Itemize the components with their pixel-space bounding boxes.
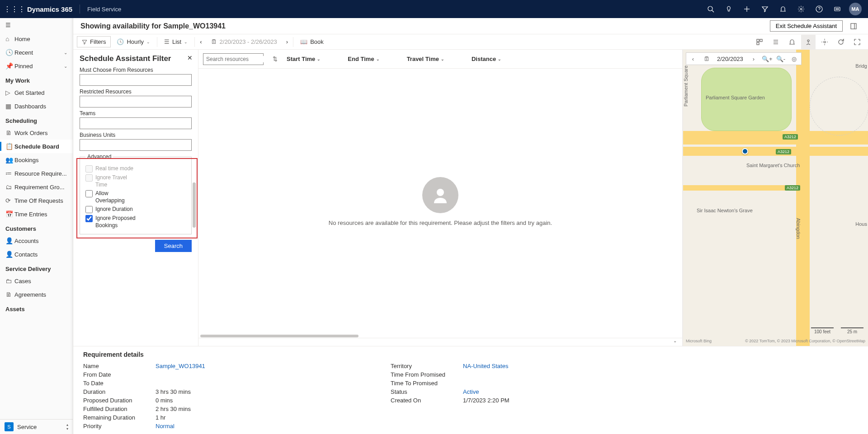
nav-cases[interactable]: 🗀Cases [0,274,73,288]
nav-work-orders[interactable]: 🗎Work Orders [0,126,73,140]
ignore-proposed-row[interactable]: Ignore Proposed Bookings [85,215,186,229]
nav-label: Agreements [14,291,46,298]
fullscreen-icon[interactable] [850,35,864,49]
home-icon: ⌂ [5,35,14,42]
sort-icon[interactable]: ⇅ [273,56,278,62]
col-start-time[interactable]: Start Time⌄ [287,56,321,62]
legend-icon[interactable] [752,35,767,49]
board-settings-icon[interactable] [817,35,832,49]
map-toggle-icon[interactable] [801,35,816,49]
view-list[interactable]: ☰List⌄ [159,36,193,47]
restricted-input[interactable] [80,96,192,107]
alerts-icon[interactable] [785,35,799,49]
add-icon[interactable] [738,0,756,18]
nav-schedule-board[interactable]: 📋Schedule Board [0,140,73,153]
area-switcher[interactable]: S Service ▴▾ [0,419,73,434]
nav-accounts[interactable]: 👤Accounts [0,234,73,247]
allow-overlap-checkbox[interactable] [85,190,93,197]
user-avatar[interactable]: MA [846,0,864,18]
search-input[interactable] [206,56,274,62]
close-icon[interactable]: ✕ [187,54,193,61]
notification-icon[interactable] [774,0,792,18]
teams-input[interactable] [80,117,192,129]
updown-icon: ▴▾ [66,423,68,431]
ignore-proposed-checkbox[interactable] [85,215,93,222]
nav-pinned[interactable]: 📌Pinned⌄ [0,59,73,73]
empty-state: No resources are available for this requ… [198,69,682,334]
refresh-icon[interactable] [834,35,848,49]
date-range-picker[interactable]: 🗓2/20/2023 - 2/26/2023 [206,36,282,47]
hourly-icon: 🕓 [117,38,124,45]
col-distance[interactable]: Distance⌄ [472,56,501,62]
collapse-icon[interactable]: ⌄ [673,338,677,346]
module-name[interactable]: Field Service [82,6,127,13]
status-value[interactable]: Active [463,388,644,395]
search-button[interactable]: Search [155,240,192,252]
bu-input[interactable] [80,139,192,151]
expand-icon[interactable] [846,19,861,33]
assistant-icon[interactable] [828,0,846,18]
app-launcher[interactable]: ⋮⋮⋮ [4,5,22,14]
page-header: Showing availability for Sample_WO13941 … [73,18,868,34]
map-prev[interactable]: ‹ [686,56,700,62]
must-choose-input[interactable] [80,74,192,86]
filters-button[interactable]: Filters [77,36,111,47]
empty-message: No resources are available for this requ… [329,219,552,226]
date-prev[interactable]: ‹ [197,36,205,47]
nav-home[interactable]: ⌂Home [0,32,73,46]
schedule-toolbar: Filters 🕓Hourly⌄ ☰List⌄ ‹ 🗓2/20/2023 - 2… [73,34,868,50]
svg-rect-11 [760,39,762,42]
brand-name[interactable]: Dynamics 365 [22,5,78,13]
help-icon[interactable] [810,0,828,18]
map-pin[interactable] [742,148,748,154]
map-label-parlsq: Parliament Square [683,65,689,107]
zoom-in-icon[interactable]: 🔍+ [760,56,774,62]
filter-icon[interactable] [756,0,774,18]
to-date-value [156,380,391,387]
horizontal-scrollbar[interactable] [198,334,682,338]
nav-timeoff[interactable]: ⟳Time Off Requests [0,194,73,207]
map-pane[interactable]: ‹ 🗓 2/20/2023 › 🔍+ 🔍- ◎ Parliament Squar… [683,50,868,346]
col-travel-time[interactable]: Travel Time⌄ [407,56,444,62]
nav-recent[interactable]: 🕓Recent⌄ [0,46,73,59]
nav-dashboards[interactable]: ▦Dashboards [0,99,73,113]
lightbulb-icon[interactable] [720,0,738,18]
book-icon: 📖 [300,38,307,45]
details-icon[interactable] [769,35,783,49]
locate-icon[interactable]: ◎ [788,56,801,62]
priority-value[interactable]: Normal [156,423,391,429]
results-footer: ⌄ [198,338,682,346]
nav-time-entries[interactable]: 📅Time Entries [0,207,73,221]
duration-value: 3 hrs 30 mins [156,388,391,395]
col-end-time[interactable]: End Time⌄ [348,56,379,62]
exit-schedule-assistant-button[interactable]: Exit Schedule Assistant [770,20,843,32]
territory-value[interactable]: NA-United States [463,363,644,369]
search-icon[interactable] [702,0,720,18]
nav-get-started[interactable]: ▷Get Started [0,86,73,99]
nav-resource-req[interactable]: ≔Resource Require... [0,167,73,180]
hamburger-icon[interactable]: ☰ [0,18,73,32]
date-next[interactable]: › [283,36,291,47]
search-resources[interactable] [203,53,264,65]
map-next[interactable]: › [747,56,760,62]
nav-agreements[interactable]: 🗎Agreements [0,288,73,301]
empty-avatar-icon [422,177,458,213]
fulfilled-label: Fulfilled Duration [83,406,156,412]
nav-bookings[interactable]: 👥Bookings [0,153,73,167]
scrollbar[interactable] [193,182,196,228]
book-button[interactable]: 📖Book [295,36,329,47]
ignore-duration-checkbox[interactable] [85,206,93,213]
nav-req-groups[interactable]: 🗂Requirement Gro... [0,180,73,194]
zoom-out-icon[interactable]: 🔍- [774,56,788,62]
view-hourly[interactable]: 🕓Hourly⌄ [112,36,155,47]
map-calendar-icon[interactable]: 🗓 [700,56,713,62]
duration-label: Duration [83,388,156,395]
calendar-icon: 🗓 [211,38,217,45]
allow-overlap-row[interactable]: Allow Overlapping [85,190,186,204]
chevron-down-icon: ⌄ [64,64,67,69]
settings-icon[interactable] [792,0,810,18]
name-value[interactable]: Sample_WO13941 [156,363,391,369]
nav-contacts[interactable]: 👤Contacts [0,247,73,261]
ignore-duration-row[interactable]: Ignore Duration [85,205,186,213]
map-canvas[interactable]: Parliament Square Garden Saint Margaret'… [683,50,868,346]
